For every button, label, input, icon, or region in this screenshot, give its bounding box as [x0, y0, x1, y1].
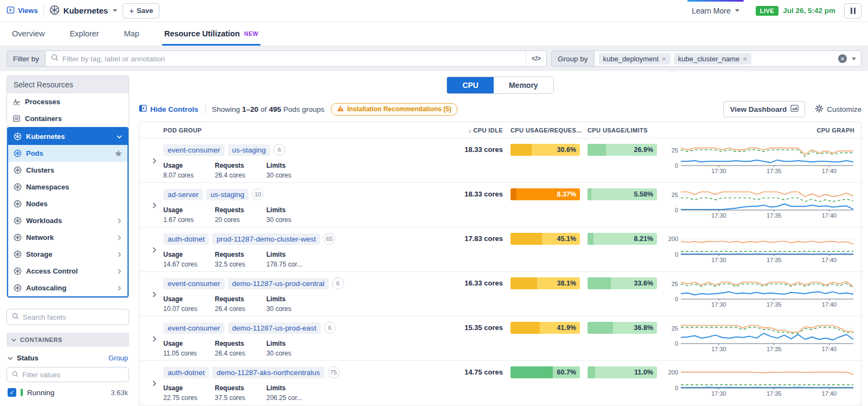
chevron-right-icon	[117, 218, 122, 224]
pod-name-pill[interactable]: ad-server	[163, 189, 203, 200]
group-link[interactable]: Group	[108, 354, 128, 362]
svg-text:17:30: 17:30	[711, 301, 726, 308]
pod-count-badge: 6	[332, 277, 344, 289]
requests-label: Requests	[215, 340, 266, 347]
tab-resource-utilization[interactable]: Resource Utilization NEW	[164, 22, 258, 46]
table-row: auth-dotnet demo-11287-aks-northcentralu…	[139, 361, 861, 405]
sidebar-item-kubernetes[interactable]: Kubernetes	[8, 128, 127, 145]
group-pill-kube_deployment[interactable]: kube_deployment×	[599, 53, 671, 65]
sidebar-item-autoscaling[interactable]: Autoscaling ★	[8, 280, 127, 296]
tab-map[interactable]: Map	[124, 22, 139, 46]
usage-label: Usage	[163, 251, 215, 258]
pod-cluster-pill[interactable]: demo-11287-aks-northcentralus	[212, 367, 324, 378]
tab-explorer[interactable]: Explorer	[69, 22, 99, 46]
kubernetes-icon	[14, 166, 22, 174]
limits-value: 30 cores	[266, 216, 318, 224]
toggle-memory[interactable]: Memory	[494, 77, 553, 93]
learn-more-button[interactable]: Learn More	[688, 0, 743, 22]
sidebar-item-storage[interactable]: Storage ★	[8, 246, 127, 263]
search-icon	[12, 312, 19, 322]
limits-value: 30 cores	[266, 305, 318, 313]
facet-value-label: Running	[27, 389, 106, 397]
usage-requests-percent: 45.1%	[557, 235, 576, 243]
svg-text:17:35: 17:35	[767, 168, 782, 174]
views-button[interactable]: Views	[7, 6, 38, 16]
row-expand-button[interactable]	[151, 336, 157, 342]
running-checkbox[interactable]: ✓	[8, 388, 16, 397]
pod-name-pill[interactable]: event-consumer	[163, 278, 225, 289]
status-facet-title[interactable]: Status	[17, 354, 105, 362]
chevron-down-icon[interactable]	[852, 58, 856, 60]
col-pod-group[interactable]: POD GROUP	[163, 127, 454, 134]
toggle-cpu[interactable]: CPU	[447, 77, 494, 93]
sidebar-item-workloads[interactable]: Workloads ★	[8, 212, 127, 229]
facet-search-input[interactable]	[23, 313, 124, 321]
sidebar-item-network[interactable]: Network ★	[8, 229, 127, 246]
usage-value: 22.75 cores	[163, 394, 215, 402]
row-expand-button[interactable]	[151, 291, 157, 297]
sidebar-item-nodes[interactable]: Nodes ★	[8, 195, 127, 212]
star-icon[interactable]: ★	[115, 149, 122, 158]
pod-name-pill[interactable]: event-consumer	[163, 144, 225, 156]
tab-overview[interactable]: Overview	[12, 22, 44, 46]
filter-input[interactable]	[62, 55, 520, 63]
svg-text:17:35: 17:35	[767, 346, 782, 352]
usage-requests-bar: 8.37%	[510, 188, 580, 200]
facet-filter-input[interactable]	[22, 371, 124, 379]
save-button[interactable]: + Save	[123, 3, 159, 18]
facet-value-running[interactable]: ✓ Running 3.63k	[7, 388, 129, 397]
svg-text:0: 0	[675, 385, 678, 391]
pause-button[interactable]	[844, 3, 861, 18]
row-expand-button[interactable]	[151, 247, 157, 253]
pod-cluster-pill[interactable]: demo-11287-us-prod-central	[228, 278, 329, 289]
svg-text:25: 25	[672, 147, 678, 154]
pod-cluster-pill[interactable]: demo-11287-us-prod-east	[228, 322, 321, 334]
col-cpu-usage-requests[interactable]: CPU USAGE/REQUES...	[510, 127, 588, 134]
chevron-down-icon[interactable]	[8, 356, 13, 361]
sidebar-item-processes[interactable]: Processes	[7, 93, 129, 110]
row-expand-button[interactable]	[151, 158, 157, 164]
context-selector[interactable]: Kubernetes	[49, 5, 118, 17]
containers-facet-section[interactable]: CONTAINERS	[7, 333, 129, 347]
usage-limits-percent: 5.58%	[634, 191, 653, 198]
clear-groups-icon[interactable]: ✕	[838, 54, 847, 63]
pod-name-pill[interactable]: event-consumer	[163, 322, 225, 334]
customize-button[interactable]: Customize	[815, 104, 861, 115]
live-badge[interactable]: LIVE	[756, 6, 778, 16]
cpu-graph-sparkline: 17:3017:3517:40250	[665, 142, 856, 179]
pod-cluster-pill[interactable]: us-staging	[206, 189, 248, 200]
pod-cluster-pill[interactable]: prod-11287-demo-cluster-west	[212, 233, 320, 245]
row-expand-button[interactable]	[151, 380, 157, 386]
new-badge: NEW	[244, 30, 258, 37]
sidebar-item-clusters[interactable]: Clusters ★	[8, 162, 127, 179]
table-row: ad-server us-staging 10 Usage1.67 cores …	[139, 183, 861, 227]
hide-controls-button[interactable]: Hide Controls	[139, 104, 199, 114]
svg-text:17:40: 17:40	[822, 257, 837, 263]
installation-recommendations-badge[interactable]: Installation Recommendations (5)	[331, 103, 457, 116]
code-mode-toggle[interactable]: </>	[526, 51, 546, 66]
group-pill-kube_cluster_name[interactable]: kube_cluster_name×	[674, 53, 751, 65]
group-by-pills: kube_deployment×kube_cluster_name×	[595, 51, 838, 66]
pod-count-badge: 10	[252, 188, 264, 200]
usage-requests-percent: 8.37%	[557, 191, 576, 198]
sidebar-item-pods[interactable]: Pods ★	[8, 145, 127, 162]
pod-name-pill[interactable]: auth-dotnet	[163, 233, 209, 245]
row-expand-button[interactable]	[151, 202, 157, 208]
usage-label: Usage	[163, 295, 215, 303]
view-dashboard-button[interactable]: View Dashboard	[723, 101, 805, 117]
timestamp[interactable]: Jul 26, 5:42 pm	[783, 7, 835, 15]
sidebar-item-containers[interactable]: Containers	[7, 110, 129, 127]
requests-value: 26.4 cores	[215, 305, 266, 313]
limits-value: 30 cores	[266, 172, 318, 179]
sidebar-item-access-control[interactable]: Access Control ★	[8, 263, 127, 280]
pod-name-pill[interactable]: auth-dotnet	[163, 367, 209, 378]
remove-pill-icon[interactable]: ×	[662, 55, 666, 63]
remove-pill-icon[interactable]: ×	[743, 55, 747, 63]
cpu-graph-sparkline: 17:3017:3517:40250	[665, 275, 856, 312]
col-cpu-usage-limits[interactable]: CPU USAGE/LIMITS	[588, 127, 665, 134]
save-label: Save	[137, 7, 153, 15]
col-cpu-idle[interactable]: ↓CPU IDLE	[454, 127, 510, 134]
pod-cluster-pill[interactable]: us-staging	[228, 144, 270, 156]
kubernetes-icon	[14, 149, 22, 157]
sidebar-item-namespaces[interactable]: Namespaces ★	[8, 179, 127, 195]
